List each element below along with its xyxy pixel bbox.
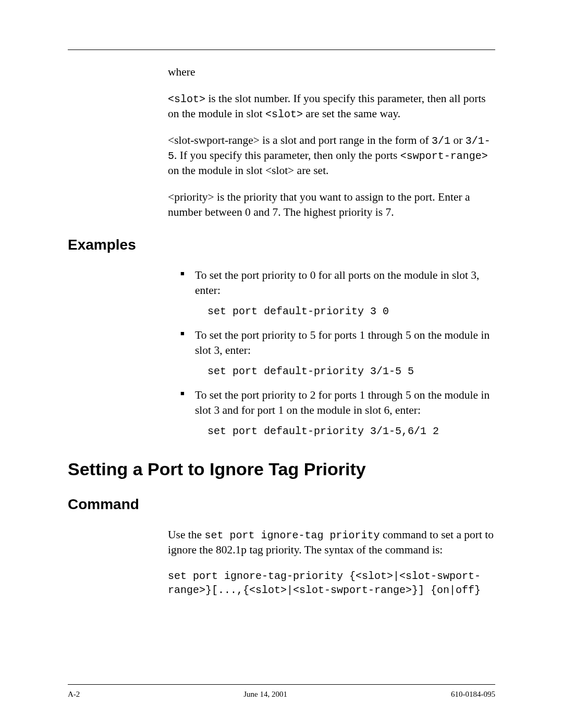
footer-date: June 14, 2001 xyxy=(243,690,287,699)
intro-block: where <slot> is the slot number. If you … xyxy=(168,65,495,220)
swport-text-4: on the module in slot <slot> are set. xyxy=(168,164,329,177)
swport-text-1: <slot-swport-range> is a slot and port r… xyxy=(168,134,432,146)
command-syntax: set port ignore-tag-priority {<slot>|<sl… xyxy=(168,569,495,597)
where-label: where xyxy=(168,65,495,80)
slot-swport-paragraph: <slot-swport-range> is a slot and port r… xyxy=(168,133,495,178)
example-command: set port default-priority 3/1-5 5 xyxy=(207,364,495,378)
swport-text-3: . If you specify this parameter, then on… xyxy=(174,149,400,162)
examples-heading: Examples xyxy=(68,237,495,253)
list-item: To set the port priority to 5 for ports … xyxy=(168,328,495,378)
priority-paragraph: <priority> is the priority that you want… xyxy=(168,190,495,220)
cmd-text-1: Use the xyxy=(168,528,204,541)
page-footer: A-2 June 14, 2001 610-0184-095 xyxy=(68,684,495,699)
section-title: Setting a Port to Ignore Tag Priority xyxy=(68,459,495,479)
list-item: To set the port priority to 0 for all po… xyxy=(168,268,495,318)
examples-list: To set the port priority to 0 for all po… xyxy=(168,268,495,438)
example-command: set port default-priority 3 0 xyxy=(207,304,495,318)
command-heading: Command xyxy=(68,496,495,513)
slot-paragraph: <slot> is the slot number. If you specif… xyxy=(168,91,495,121)
slot-token-2: <slot> xyxy=(265,108,303,120)
command-paragraph: Use the set port ignore-tag priority com… xyxy=(168,527,495,558)
cmd-token: set port ignore-tag priority xyxy=(204,529,380,541)
swport-token-1: 3/1 xyxy=(432,135,450,147)
slot-text-2: are set the same way. xyxy=(303,107,400,120)
page-top-rule xyxy=(68,50,495,50)
swport-text-2: or xyxy=(450,134,466,146)
command-block: Use the set port ignore-tag priority com… xyxy=(168,527,495,597)
swport-token-3: <swport-range> xyxy=(400,150,488,162)
footer-doc-id: 610-0184-095 xyxy=(451,690,495,699)
example-text: To set the port priority to 0 for all po… xyxy=(195,268,495,298)
example-text: To set the port priority to 2 for ports … xyxy=(195,388,495,418)
example-text: To set the port priority to 5 for ports … xyxy=(195,328,495,358)
list-item: To set the port priority to 2 for ports … xyxy=(168,388,495,438)
example-command: set port default-priority 3/1-5,6/1 2 xyxy=(207,424,495,438)
slot-token-1: <slot> xyxy=(168,93,205,105)
footer-page-number: A-2 xyxy=(68,690,80,699)
